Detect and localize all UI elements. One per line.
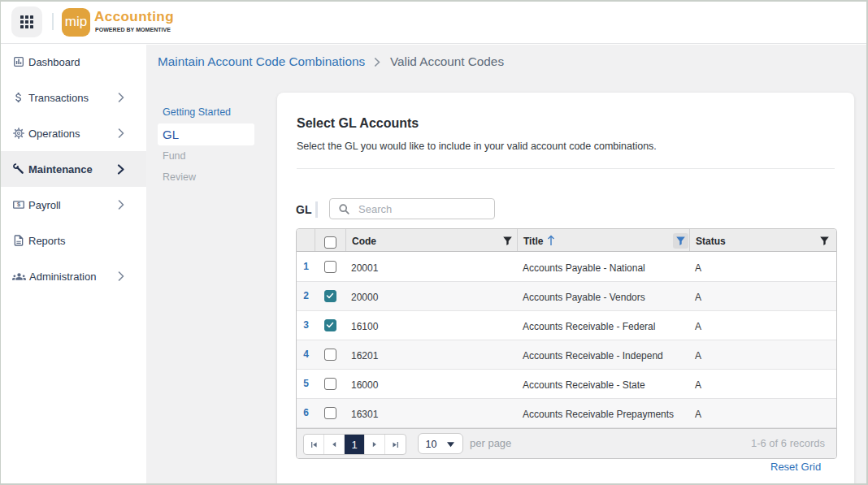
- svg-text:$: $: [17, 201, 20, 208]
